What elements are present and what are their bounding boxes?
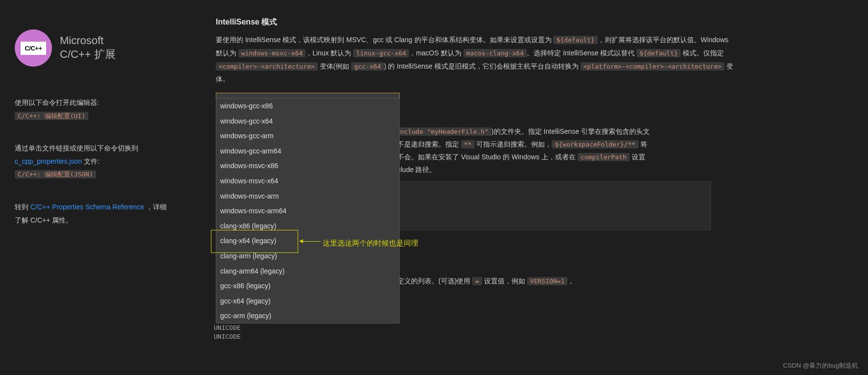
- dropdown-option[interactable]: gcc-arm (legacy): [216, 308, 399, 324]
- dropdown-option[interactable]: windows-gcc-x64: [216, 114, 399, 129]
- annotation-arrow-line: [303, 241, 321, 242]
- json-file-link[interactable]: c_cpp_properties.json: [15, 157, 82, 165]
- defines-values: UNICODE UNICODE: [214, 324, 241, 341]
- open-editor-label: 使用以下命令打开此编辑器:: [15, 96, 196, 109]
- cpp-logo-icon: C/C++: [15, 29, 52, 67]
- include-desc-4: clude 路径。: [397, 163, 436, 176]
- json-suffix: 文件:: [84, 157, 100, 165]
- goto-suffix1: ，详细: [146, 203, 167, 211]
- include-desc-3: 不会。如果在安装了 Visual Studio 的 Windows 上，或者在 …: [397, 150, 645, 164]
- dropdown-option[interactable]: gcc-x86 (legacy): [216, 278, 399, 294]
- defines-desc: 定义的列表。(可选)使用 = 设置值，例如 VERSION=1 。: [397, 275, 576, 288]
- dropdown-option[interactable]: clang-arm (legacy): [216, 249, 399, 264]
- annotation-text: 这里选这两个的时候也是同理: [323, 236, 418, 250]
- ext-publisher: Microsoft: [60, 34, 116, 47]
- dropdown-option[interactable]: windows-msvc-x86: [216, 158, 399, 174]
- include-desc-2: 不是递归搜索。指定 ** 可指示递归搜索。例如，${workspaceFolde…: [397, 138, 647, 151]
- schema-link[interactable]: C/C++ Properties Schema Reference: [30, 203, 144, 211]
- dropdown-option[interactable]: windows-msvc-arm: [216, 189, 399, 204]
- extension-logo-block: C/C++ Microsoft C/C++ 扩展: [15, 29, 196, 67]
- dropdown-option[interactable]: windows-gcc-x86: [216, 99, 399, 114]
- dropdown-option[interactable]: clang-arm64 (legacy): [216, 264, 399, 279]
- watermark: CSDN @暴力的bug制造机: [783, 361, 858, 370]
- dropdown-option[interactable]: clang-x86 (legacy): [216, 219, 399, 234]
- switch-label: 通过单击文件链接或使用以下命令切换到: [15, 144, 138, 152]
- main-pane: IntelliSense 模式 要使用的 IntelliSense 模式，该模式…: [211, 0, 868, 375]
- annotation-arrow-icon: [299, 239, 303, 243]
- intellisense-mode-dropdown[interactable]: windows-gcc-x86windows-gcc-x64windows-gc…: [216, 98, 400, 324]
- setting-heading: IntelliSense 模式: [216, 15, 848, 29]
- include-desc-1: nclude "myHeaderFile.h")的文件夹。指定 IntelliS…: [397, 125, 650, 138]
- ext-name: C/C++ 扩展: [60, 47, 116, 62]
- goto-prefix: 转到: [15, 203, 30, 211]
- dropdown-option[interactable]: windows-gcc-arm64: [216, 144, 399, 159]
- dropdown-option[interactable]: windows-msvc-arm64: [216, 203, 399, 219]
- dropdown-option[interactable]: windows-gcc-arm: [216, 128, 399, 144]
- dropdown-option[interactable]: gcc-x64 (legacy): [216, 294, 399, 309]
- setting-description: 要使用的 IntelliSense 模式，该模式映射到 MSVC、gcc 或 C…: [216, 33, 736, 86]
- include-path-input[interactable]: [397, 181, 711, 230]
- dropdown-option[interactable]: windows-msvc-x64: [216, 174, 399, 189]
- open-ui-command[interactable]: C/C++: 编辑配置(UI): [15, 112, 88, 120]
- goto-suffix2: 了解 C/C++ 属性。: [15, 216, 73, 224]
- sidebar: C/C++ Microsoft C/C++ 扩展 使用以下命令打开此编辑器: C…: [0, 0, 211, 375]
- open-json-command[interactable]: C/C++: 编辑配置(JSON): [15, 170, 96, 178]
